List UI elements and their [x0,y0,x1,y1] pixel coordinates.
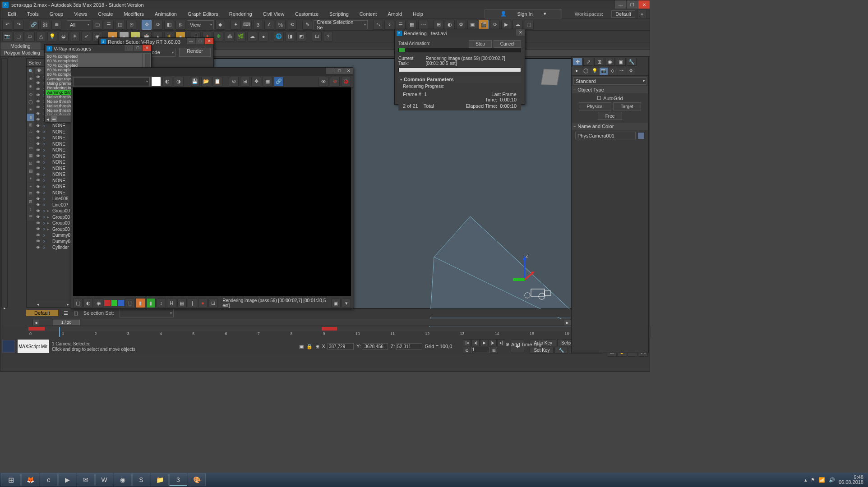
spacewarps-icon[interactable]: 〰 [618,68,626,75]
pivot-icon[interactable]: ◆ [215,20,225,30]
list-item[interactable]: 👁○NONE [35,165,71,172]
se-eye-icon[interactable]: 👁 [27,75,34,83]
align-icon[interactable]: ≑ [384,20,394,30]
dir-icon[interactable]: ➶ [81,32,91,41]
cameras-icon[interactable]: 📷 [600,68,608,75]
vfb-b8-icon[interactable]: H [167,298,176,308]
ref-coord-dropdown[interactable]: View [187,20,214,29]
vfb-debug-icon[interactable]: 🐞 [341,77,351,87]
helpers-icon[interactable]: ◇ [609,68,617,75]
workspaces-dropdown[interactable]: Default [611,10,635,18]
helper1-icon[interactable]: ◨ [285,32,295,41]
select-rect-icon[interactable]: ◫ [115,20,125,30]
system-tray[interactable]: ▴ ⚑ 📶 🔊 9:48 06.08.2018 [801,475,867,485]
bulb-icon[interactable]: 💡 [47,32,57,41]
list-item[interactable]: 👁○Cylinder [35,244,71,251]
rendering-close-icon[interactable]: ✕ [516,29,525,36]
viewcube[interactable] [537,64,564,91]
percent-snap-icon[interactable]: % [276,20,286,30]
se-geom-icon[interactable]: ◇ [27,91,34,98]
se-expand-icon[interactable]: + [27,175,34,182]
list-item[interactable]: 👁○NONE [35,184,71,190]
se-collapse-icon[interactable]: − [27,183,34,190]
list-item[interactable]: 👁○NONE [35,147,71,153]
menu-civil-view[interactable]: Civil View [259,10,289,18]
tray-flag-icon[interactable]: ⚑ [811,477,815,483]
placement-icon[interactable]: ⎘ [175,20,185,30]
sign-in-button[interactable]: 👤Sign In▾ [485,9,562,18]
vfb-blue-icon[interactable] [118,300,124,306]
render-setup-icon[interactable]: ⚙ [456,20,466,30]
se-t1-icon[interactable]: ▭ [27,144,34,152]
key-range-mid[interactable] [322,327,337,331]
vfb-b12-icon[interactable]: ⊡ [208,298,218,308]
move-icon[interactable]: ✥ [142,20,152,30]
menu-rendering[interactable]: Rendering [225,10,257,18]
menu-customize[interactable]: Customize [291,10,323,18]
list-item[interactable]: 👁○NONE [35,141,71,147]
current-frame-field[interactable] [471,347,489,353]
add-time-tag[interactable]: Add Time Tag [511,342,541,347]
rendered-frame-icon[interactable]: ▣ [467,20,477,30]
scale-icon[interactable]: ◧ [164,20,174,30]
scene-explorer-h-scrollbar[interactable]: ◂▸ [35,301,71,307]
iso-sel-icon[interactable]: ▣ [299,344,304,349]
firefox-icon[interactable]: 🦊 [21,473,39,486]
render-button[interactable]: Render [179,48,211,57]
skype-icon[interactable]: S [132,473,150,486]
explorer-icon[interactable]: 📁 [151,473,169,486]
object-type-rollout[interactable]: Object Type [572,86,648,93]
selection-filter-dropdown[interactable]: All [67,20,91,29]
vfb-b9-icon[interactable]: ▤ [177,298,187,308]
list-item[interactable]: 👁○NONE [35,135,71,141]
mail-icon[interactable]: ✉ [77,473,95,486]
tree-icon[interactable]: 🌿 [236,32,246,41]
list-item[interactable]: 👁○NONE [35,190,71,196]
menu-group[interactable]: Group [45,10,68,18]
rs-close-icon[interactable]: ✕ [204,38,213,44]
common-parameters-header[interactable]: Common Parameters [398,76,521,83]
obj-camera-icon[interactable]: 📷 [2,32,12,41]
vm-max-icon[interactable]: □ [133,45,142,51]
list-item[interactable]: 👁○Line008 [35,196,71,202]
material-editor-icon[interactable]: ◐ [445,20,455,30]
minimize-button[interactable]: — [614,0,626,9]
se-t5-icon[interactable]: ≣ [27,190,34,198]
track-bar[interactable]: 0123456789101112131415161718 [1,327,651,338]
y-field[interactable] [362,343,388,350]
select-window-icon[interactable]: ⊡ [126,20,136,30]
camera-icon-3d[interactable] [522,283,554,303]
create-tab-icon[interactable]: ✚ [573,58,582,66]
time-slider[interactable]: ◂ 1 / 20 ▸ [32,319,571,326]
menu-scripting[interactable]: Scripting [325,10,353,18]
manipulate-icon[interactable]: ✦ [231,20,240,30]
menu-create[interactable]: Create [93,10,117,18]
rs-max-icon[interactable]: □ [195,38,204,44]
shapes-icon[interactable]: ◯ [582,68,590,75]
selection-set-dropdown[interactable] [120,308,174,317]
vm-close-icon[interactable]: ✕ [142,45,151,51]
chrome-icon[interactable]: ◉ [114,473,132,486]
list-item[interactable]: 👁○NONE [35,123,71,129]
menu-animation[interactable]: Animation [150,10,181,18]
prev-frame-icon[interactable]: ◂| [471,339,480,346]
key-area[interactable] [28,327,640,331]
vfb-b3-icon[interactable]: ◉ [94,298,103,308]
se-t4-icon[interactable]: ▤ [27,167,34,175]
vfb-stop-icon[interactable]: ⊘ [330,77,340,87]
vfb-channel-dropdown[interactable] [73,77,150,86]
bind-icon[interactable]: ≋ [51,20,61,30]
object-color-swatch[interactable] [637,132,645,139]
list-item[interactable]: 👁○NONE [35,153,71,160]
globe-icon[interactable]: 🌐 [274,32,284,41]
vfb-b14-icon[interactable]: ▾ [342,298,351,308]
list-item[interactable]: 👁○▸Group00 [35,226,71,233]
render-iterative-icon[interactable]: ⟳ [490,20,500,30]
z-field[interactable] [396,343,422,350]
select-object-icon[interactable]: ▢ [92,20,102,30]
open-autodesk-icon[interactable]: ⬚ [524,20,534,30]
vfb-b2-icon[interactable]: ◐ [83,298,93,308]
se-freeze-icon[interactable]: ❄ [27,83,34,90]
vfb-b10-icon[interactable]: | [188,298,197,308]
workspaces-more-icon[interactable]: » [637,9,647,19]
